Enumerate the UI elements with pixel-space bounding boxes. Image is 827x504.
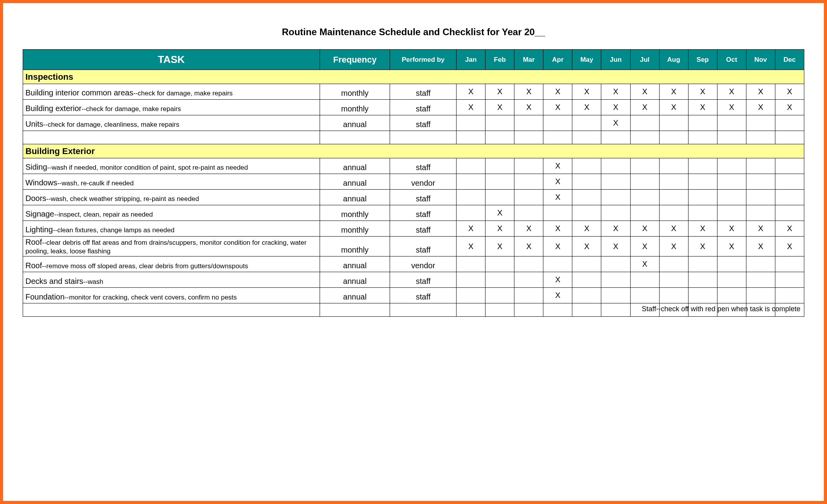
month-cell: X xyxy=(601,115,630,131)
section-header-row: Building Exterior xyxy=(23,144,804,158)
frequency-cell: annual xyxy=(320,174,390,190)
frequency-cell: annual xyxy=(320,272,390,288)
empty-cell xyxy=(601,131,630,144)
month-cell: X xyxy=(775,100,804,115)
month-cell xyxy=(775,190,804,205)
month-cell xyxy=(775,174,804,190)
frequency-cell: monthly xyxy=(320,221,390,237)
month-cell: X xyxy=(543,288,572,303)
table-row: Roof--clear debris off flat areas and fr… xyxy=(23,237,804,256)
month-cell xyxy=(485,174,514,190)
month-cell xyxy=(717,190,746,205)
month-cell xyxy=(457,272,485,288)
month-cell: X xyxy=(717,84,746,100)
month-cell xyxy=(572,158,601,174)
month-cell: X xyxy=(601,84,630,100)
performed-by-cell: staff xyxy=(390,272,457,288)
month-cell xyxy=(775,288,804,303)
empty-cell xyxy=(485,303,514,317)
month-cell xyxy=(572,190,601,205)
task-cell: Doors--wash, check weather stripping, re… xyxy=(23,190,320,205)
task-name: Units xyxy=(25,120,43,128)
month-cell xyxy=(775,256,804,272)
month-cell xyxy=(485,256,514,272)
month-cell xyxy=(717,158,746,174)
month-cell xyxy=(485,190,514,205)
task-cell: Foundation--monitor for cracking, check … xyxy=(23,288,320,303)
month-cell xyxy=(601,158,630,174)
month-cell xyxy=(543,256,572,272)
month-cell: X xyxy=(514,237,543,256)
month-cell: X xyxy=(746,84,775,100)
month-cell xyxy=(630,205,659,221)
header-month: Mar xyxy=(514,50,543,70)
month-cell xyxy=(659,288,688,303)
task-description: --inspect, clean, repair as needed xyxy=(54,211,153,218)
month-cell xyxy=(457,158,485,174)
month-cell: X xyxy=(543,84,572,100)
task-description: --wash xyxy=(83,278,103,285)
frequency-cell: annual xyxy=(320,190,390,205)
month-cell: X xyxy=(717,221,746,237)
empty-cell xyxy=(390,131,457,144)
month-cell xyxy=(457,115,485,131)
month-cell: X xyxy=(717,100,746,115)
month-cell xyxy=(514,288,543,303)
month-cell: X xyxy=(630,100,659,115)
header-month: Oct xyxy=(717,50,746,70)
month-cell xyxy=(543,115,572,131)
month-cell xyxy=(775,158,804,174)
month-cell: X xyxy=(775,84,804,100)
table-header: TASK Frequency Performed by Jan Feb Mar … xyxy=(23,50,804,70)
month-cell xyxy=(514,205,543,221)
frequency-cell: monthly xyxy=(320,100,390,115)
section-header-row: Inspections xyxy=(23,70,804,84)
empty-cell xyxy=(630,131,659,144)
month-cell xyxy=(717,174,746,190)
task-name: Windows xyxy=(25,178,57,187)
table-row: Building exterior--check for damage, mak… xyxy=(23,100,804,115)
month-cell xyxy=(717,272,746,288)
month-cell xyxy=(630,158,659,174)
table-row: Siding--wash if needed, monitor conditio… xyxy=(23,158,804,174)
performed-by-cell: vendor xyxy=(390,256,457,272)
month-cell: X xyxy=(688,100,717,115)
task-cell: Units--check for damage, cleanliness, ma… xyxy=(23,115,320,131)
empty-cell xyxy=(543,131,572,144)
empty-cell xyxy=(601,303,630,317)
table-row: Foundation--monitor for cracking, check … xyxy=(23,288,804,303)
task-name: Building interior common areas xyxy=(25,88,133,97)
performed-by-cell: staff xyxy=(390,84,457,100)
month-cell xyxy=(688,205,717,221)
footer-note: Staff--check off with red pen when task … xyxy=(642,305,800,313)
month-cell xyxy=(659,256,688,272)
month-cell xyxy=(717,205,746,221)
task-description: --monitor for cracking, check vent cover… xyxy=(65,294,237,301)
month-cell: X xyxy=(630,237,659,256)
month-cell xyxy=(457,256,485,272)
task-cell: Lighting--clean fixtures, change lamps a… xyxy=(23,221,320,237)
month-cell xyxy=(717,115,746,131)
task-cell: Roof--clear debris off flat areas and fr… xyxy=(23,237,320,256)
month-cell: X xyxy=(543,158,572,174)
task-cell: Windows--wash, re-caulk if needed xyxy=(23,174,320,190)
header-month: Apr xyxy=(543,50,572,70)
month-cell: X xyxy=(514,100,543,115)
month-cell xyxy=(659,272,688,288)
month-cell xyxy=(630,174,659,190)
month-cell xyxy=(572,256,601,272)
header-month: Nov xyxy=(746,50,775,70)
header-month: Jan xyxy=(457,50,485,70)
month-cell: X xyxy=(659,221,688,237)
month-cell xyxy=(457,205,485,221)
month-cell xyxy=(630,115,659,131)
month-cell xyxy=(688,115,717,131)
empty-row xyxy=(23,131,804,144)
month-cell: X xyxy=(746,237,775,256)
month-cell xyxy=(514,256,543,272)
empty-cell xyxy=(659,131,688,144)
task-description: --check for damage, cleanliness, make re… xyxy=(43,121,180,128)
task-name: Building exterior xyxy=(25,104,81,113)
month-cell xyxy=(572,272,601,288)
month-cell: X xyxy=(688,221,717,237)
